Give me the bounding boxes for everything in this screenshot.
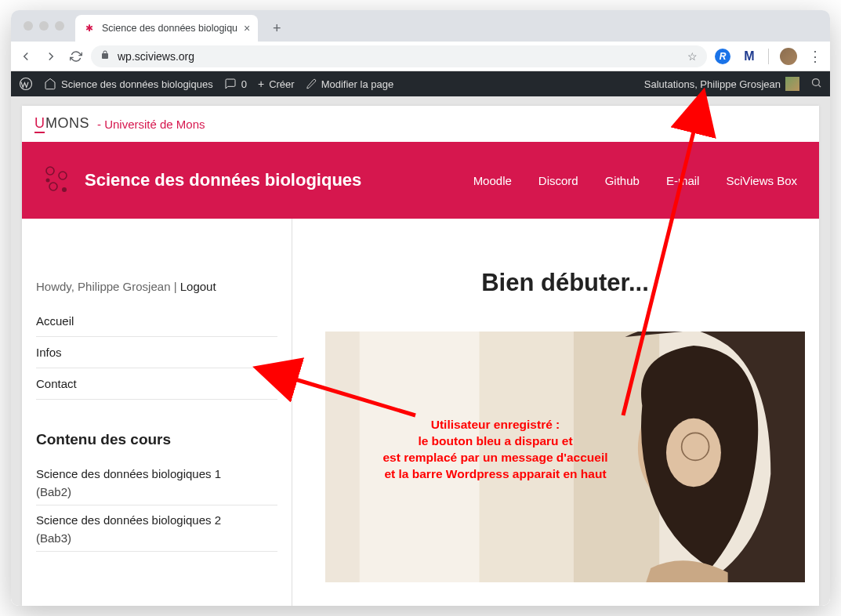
wp-logo-icon[interactable] (19, 77, 33, 91)
course-sub: (Bab2) (36, 485, 277, 498)
hero-image (325, 332, 805, 582)
main-split: Howdy, Philippe Grosjean | Logout Accuei… (22, 219, 819, 606)
url-text: wp.sciviews.org (118, 50, 194, 63)
course-item-2[interactable]: Science des données biologiques 2 (Bab3) (36, 505, 277, 552)
wp-edit-label: Modifier la page (321, 78, 394, 90)
sidebar-link-infos[interactable]: Infos (36, 337, 277, 368)
tab-title: Science des données biologiqu (102, 23, 237, 34)
wp-avatar (785, 77, 799, 91)
profile-avatar[interactable] (780, 48, 797, 65)
back-button[interactable] (19, 49, 33, 63)
umons-logo[interactable]: UMONS (34, 115, 89, 133)
banner-nav: Moodle Discord Github E-mail SciViews Bo… (473, 174, 797, 187)
page-viewport: Science des données biologiques 0 + Crée… (11, 71, 830, 606)
wp-site-name: Science des données biologiques (61, 78, 213, 90)
course-sub: (Bab3) (36, 531, 277, 545)
nav-moodle[interactable]: Moodle (473, 174, 512, 187)
logout-link[interactable]: Logout (180, 280, 216, 293)
divider (768, 49, 769, 64)
wp-edit-page-link[interactable]: Modifier la page (306, 78, 394, 90)
howdy-row: Howdy, Philippe Grosjean | Logout (36, 280, 277, 306)
reload-button[interactable] (69, 49, 83, 63)
wp-comments-count: 0 (241, 78, 247, 90)
page-card: UMONS - Université de Mons (22, 106, 819, 606)
wp-site-link[interactable]: Science des données biologiques (44, 78, 213, 90)
address-bar[interactable]: wp.sciviews.org ☆ (91, 45, 707, 67)
new-tab-button[interactable]: + (266, 17, 288, 39)
nav-email[interactable]: E-mail (666, 174, 700, 187)
wp-greeting-link[interactable]: Salutations, Philippe Grosjean (644, 77, 799, 91)
svg-point-1 (813, 79, 820, 86)
browser-window: ✱ Science des données biologiqu × + wp.s… (11, 10, 830, 606)
forward-button[interactable] (44, 49, 58, 63)
minimize-window-button[interactable] (39, 21, 49, 31)
site-banner: Science des données biologiques Moodle D… (22, 142, 819, 219)
howdy-text: Howdy, Philippe Grosjean (36, 280, 170, 293)
umons-logo-mons: MONS (45, 115, 89, 132)
maximize-window-button[interactable] (55, 21, 64, 31)
extensions-area: R M ⋮ (715, 48, 822, 65)
site-logo-icon[interactable] (44, 165, 71, 196)
sidebar-link-contact[interactable]: Contact (36, 368, 277, 400)
window-controls (20, 10, 71, 42)
nav-sciviews-box[interactable]: SciViews Box (726, 174, 797, 187)
course-item-1[interactable]: Science des données biologiques 1 (Bab2) (36, 459, 277, 505)
banner-title: Science des données biologiques (85, 170, 361, 190)
svg-point-6 (46, 179, 50, 183)
nav-github[interactable]: Github (605, 174, 640, 187)
extension-r-icon[interactable]: R (715, 49, 730, 64)
browser-tabs-bar: ✱ Science des données biologiqu × + (11, 10, 830, 42)
wp-greeting: Salutations, Philippe Grosjean (644, 78, 781, 90)
courses-heading: Contenu des cours (36, 431, 277, 448)
page-title: Bien débuter... (325, 269, 805, 297)
bookmark-star-icon[interactable]: ☆ (687, 50, 698, 63)
svg-point-4 (49, 183, 57, 190)
browser-tab[interactable]: ✱ Science des données biologiqu × (75, 15, 258, 42)
sidebar-link-accueil[interactable]: Accueil (36, 306, 277, 337)
wp-comments-link[interactable]: 0 (224, 78, 247, 90)
tab-favicon-icon: ✱ (83, 22, 96, 34)
svg-rect-8 (360, 332, 480, 582)
browser-toolbar: wp.sciviews.org ☆ R M ⋮ (11, 42, 830, 71)
extension-m-icon[interactable]: M (741, 49, 757, 64)
svg-point-2 (46, 167, 54, 175)
browser-menu-icon[interactable]: ⋮ (808, 48, 822, 65)
wp-new-link[interactable]: + Créer (258, 78, 295, 90)
sidebar: Howdy, Philippe Grosjean | Logout Accuei… (22, 219, 292, 606)
svg-point-3 (59, 172, 67, 179)
svg-rect-9 (480, 332, 574, 582)
course-title: Science des données biologiques 1 (36, 467, 277, 480)
close-window-button[interactable] (24, 21, 33, 31)
close-tab-icon[interactable]: × (244, 22, 250, 34)
plus-icon: + (258, 78, 264, 90)
page-wrap: UMONS - Université de Mons (11, 96, 830, 606)
wp-new-label: Créer (269, 78, 295, 90)
wp-search-icon[interactable] (810, 77, 822, 91)
umons-logo-u: U (34, 115, 45, 133)
umons-subtitle: - Université de Mons (97, 118, 205, 131)
main-content: Bien débuter... (292, 219, 819, 606)
umons-header: UMONS - Université de Mons (22, 106, 819, 142)
nav-discord[interactable]: Discord (538, 174, 578, 187)
svg-point-5 (62, 187, 67, 192)
lock-icon (100, 50, 110, 62)
wp-admin-bar: Science des données biologiques 0 + Crée… (11, 71, 830, 96)
course-title: Science des données biologiques 2 (36, 513, 277, 527)
howdy-sep: | (170, 280, 179, 293)
svg-point-12 (666, 419, 721, 487)
